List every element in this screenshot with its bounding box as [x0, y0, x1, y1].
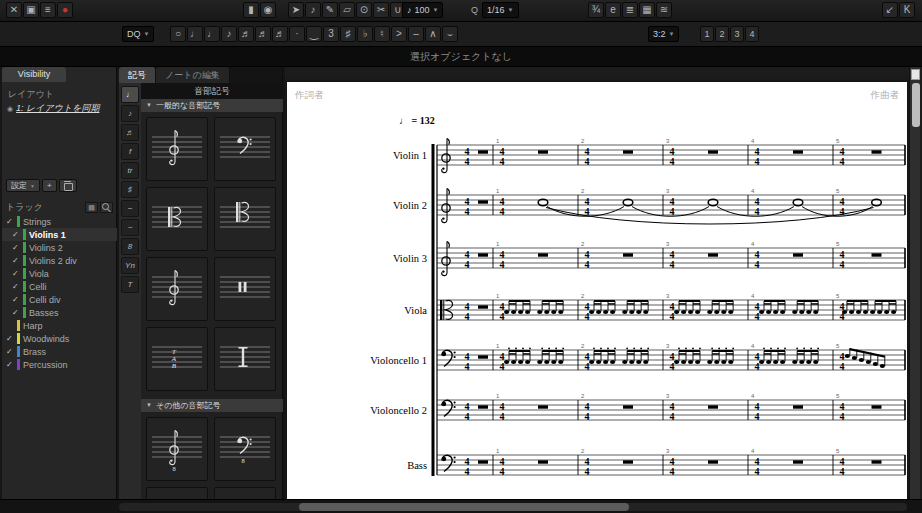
voice-2-button[interactable]: 2	[715, 26, 729, 42]
track-visible-checkbox[interactable]: ✓	[6, 334, 14, 343]
split-tool-icon[interactable]: ✂	[373, 2, 389, 18]
track-row[interactable]: ✓Celli div	[2, 293, 117, 306]
voice-4-button[interactable]: 4	[745, 26, 759, 42]
track-visible-checkbox[interactable]: ✓	[12, 282, 20, 291]
zoom-tool-icon[interactable]: ⊙	[356, 2, 372, 18]
palette-section-header[interactable]: ▼一般的な音部記号	[141, 99, 283, 112]
settings-button[interactable]: 設定 ▼	[6, 179, 40, 192]
midi-step-input-icon[interactable]: e	[605, 2, 621, 18]
noteheads-category-icon[interactable]: Yn	[121, 257, 139, 274]
midi-input-activity-icon[interactable]: ▮	[243, 2, 259, 18]
flat-icon[interactable]: ♭	[357, 26, 373, 42]
note-32nd-icon[interactable]: ♬	[255, 26, 271, 42]
track-visible-checkbox[interactable]: ✓	[12, 243, 20, 252]
score-canvas[interactable]: 作詞者作曲者♩ = 132Violin 112345444444444444Vi…	[287, 82, 907, 499]
grid-display-icon[interactable]: ≣	[622, 2, 638, 18]
bass-clef-button[interactable]	[214, 117, 276, 181]
tab-visibility[interactable]: Visibility	[2, 67, 66, 82]
layout-settings-icon[interactable]: ≋	[656, 2, 672, 18]
notes-category-icon[interactable]: ♪	[121, 105, 139, 122]
dotted-note-icon[interactable]: ·	[289, 26, 305, 42]
voice-3-button[interactable]: 3	[730, 26, 744, 42]
track-row[interactable]: ✓Viola	[2, 267, 117, 280]
speaker-monitor-icon[interactable]: ◉	[260, 2, 276, 18]
tenor-clef-button[interactable]	[214, 187, 276, 251]
slurs-category-icon[interactable]: ~	[121, 219, 139, 236]
note-quarter-icon[interactable]: ♩	[204, 26, 220, 42]
tab-note-edit[interactable]: ノートの編集	[156, 67, 230, 83]
add-track-button[interactable]: +	[42, 179, 57, 192]
track-row[interactable]: ✓Violins 2	[2, 241, 117, 254]
track-visible-checkbox[interactable]: ✓	[12, 295, 20, 304]
bass-clef-8vb-button[interactable]: 8	[214, 417, 276, 481]
note-16th-icon[interactable]: ♬	[238, 26, 254, 42]
tab-symbols[interactable]: 記号	[119, 67, 156, 83]
accent-icon[interactable]: >	[391, 26, 407, 42]
octave-category-icon[interactable]: 8	[121, 238, 139, 255]
alto-clef-button[interactable]	[146, 187, 208, 251]
record-enable-icon[interactable]: ●	[57, 2, 73, 18]
percussion-clef-button[interactable]	[214, 257, 276, 321]
layout-sync-link[interactable]: ◉ 1: レイアウトを同期	[7, 102, 99, 115]
note-eighth-icon[interactable]: ♪	[221, 26, 237, 42]
triplet-icon[interactable]: 3	[323, 26, 339, 42]
score-vertical-scrollbar[interactable]	[909, 67, 920, 499]
track-row[interactable]: ✓Violins 1	[2, 228, 117, 241]
natural-icon[interactable]: ♮	[374, 26, 390, 42]
treble-clef-small-button[interactable]	[146, 257, 208, 321]
track-visible-checkbox[interactable]: ✓	[12, 269, 20, 278]
close-icon[interactable]: ✕	[6, 2, 22, 18]
folder-icon[interactable]: ▤	[85, 202, 98, 213]
quantize-widget[interactable]: Q 1/16 ▼	[468, 2, 519, 18]
track-row[interactable]: ✓Celli	[2, 280, 117, 293]
track-row[interactable]: ✓Percussion	[2, 358, 117, 371]
dynamics-category-icon[interactable]: f	[121, 143, 139, 160]
track-row[interactable]: Harp	[2, 319, 117, 332]
quantize-triplet-icon[interactable]: ¾	[588, 2, 604, 18]
treble-clef-8va-button[interactable]: 8	[146, 487, 208, 499]
keyboard-focus-icon[interactable]: K	[899, 2, 915, 18]
track-visible-checkbox[interactable]: ✓	[12, 308, 20, 317]
delete-track-button[interactable]	[59, 179, 77, 192]
track-visible-checkbox[interactable]: ✓	[6, 347, 14, 356]
note-insert-tool-icon[interactable]: ♪	[305, 2, 321, 18]
lines-category-icon[interactable]: −	[121, 200, 139, 217]
window-layout-icon[interactable]: ▣	[23, 2, 39, 18]
marcato-icon[interactable]: ∧	[425, 26, 441, 42]
track-row[interactable]: ✓Basses	[2, 306, 117, 319]
accidentals-category-icon[interactable]: ♯	[121, 181, 139, 198]
track-visible-checkbox[interactable]: ✓	[6, 217, 14, 226]
object-selection-tool-icon[interactable]: ➤	[288, 2, 304, 18]
track-row[interactable]: ✓Brass	[2, 345, 117, 358]
sharp-icon[interactable]: ♯	[340, 26, 356, 42]
ornaments-category-icon[interactable]: tr	[121, 162, 139, 179]
track-row[interactable]: ✓Strings	[2, 215, 117, 228]
treble-clef-8vb-button[interactable]: 8	[146, 417, 208, 481]
voice-1-button[interactable]: 1	[700, 26, 714, 42]
clefs-category-icon[interactable]: ♩	[121, 86, 139, 103]
rests-category-icon[interactable]: ♬	[121, 124, 139, 141]
bar-handling-icon[interactable]: ▦	[639, 2, 655, 18]
score-page[interactable]: 作詞者作曲者♩ = 132Violin 112345444444444444Vi…	[287, 82, 907, 499]
track-visible-checkbox[interactable]: ✓	[12, 230, 20, 239]
note-half-icon[interactable]: ♩	[187, 26, 203, 42]
restore-window-icon[interactable]: ↙	[882, 2, 898, 18]
search-icon[interactable]	[100, 202, 113, 213]
palette-section-header[interactable]: ▼その他の音部記号	[141, 399, 283, 412]
tab-clef-button[interactable]: TAB	[146, 327, 208, 391]
null-clef-button[interactable]	[214, 327, 276, 391]
scrollbar-thumb[interactable]	[299, 503, 629, 511]
tenuto-icon[interactable]: –	[408, 26, 424, 42]
text-category-icon[interactable]: T	[121, 276, 139, 293]
slur-icon[interactable]: ⌣	[442, 26, 458, 42]
track-row[interactable]: ✓Violins 2 div	[2, 254, 117, 267]
tie-icon[interactable]: ‿	[306, 26, 322, 42]
note-whole-icon[interactable]: ○	[170, 26, 186, 42]
note-64th-icon[interactable]: ♬	[272, 26, 288, 42]
tuplet-dropdown[interactable]: 3:2 ▼	[648, 26, 679, 42]
bass-clef-8va-button[interactable]: 8	[214, 487, 276, 499]
pencil-tool-icon[interactable]: ✎	[322, 2, 338, 18]
insert-velocity-widget[interactable]: ♪ 100 ▼	[402, 2, 443, 18]
horizontal-scrollbar[interactable]	[119, 503, 907, 511]
treble-clef-button[interactable]	[146, 117, 208, 181]
